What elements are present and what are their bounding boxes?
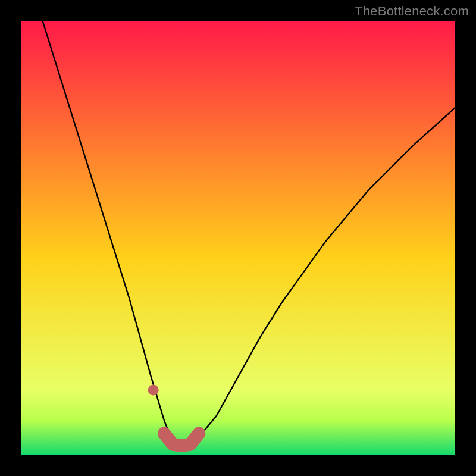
- chart-svg: [21, 21, 455, 455]
- chart-container: TheBottleneck.com: [0, 0, 476, 476]
- gradient-background: [21, 21, 455, 455]
- plot-area: [21, 21, 455, 455]
- marker-dot: [148, 385, 159, 396]
- watermark-text: TheBottleneck.com: [355, 4, 469, 19]
